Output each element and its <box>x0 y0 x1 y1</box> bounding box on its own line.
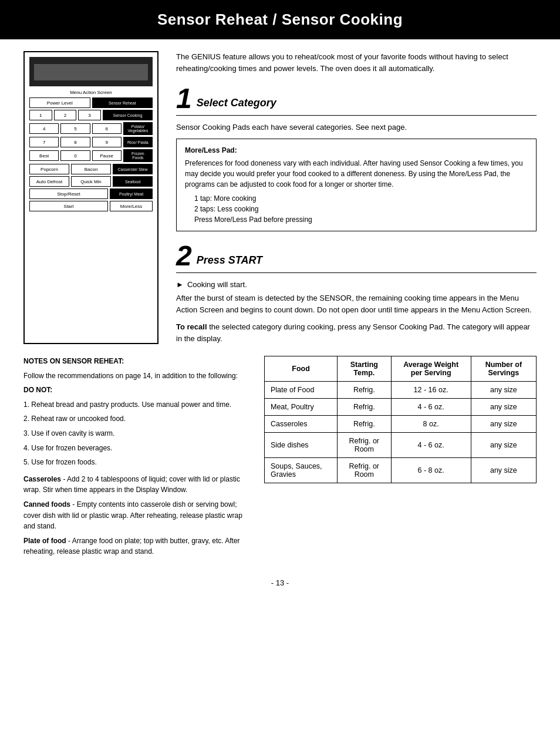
microwave-diagram: Menu Action Screen Power Level Sensor Re… <box>23 51 158 344</box>
step1-title: Select Category <box>197 97 276 109</box>
cell-weight-0: 12 - 16 oz. <box>391 382 471 399</box>
cell-temp-3: Refrig. or Room <box>338 433 391 458</box>
popcorn-btn: Popcorn <box>29 164 69 174</box>
more-less-btn: More/Less <box>110 201 153 211</box>
power-level-btn: Power Level <box>29 97 90 108</box>
sensor-reheat-btn: Sensor Reheat <box>92 97 153 108</box>
cell-temp-2: Refrig. <box>338 416 391 433</box>
cell-temp-4: Refrig. or Room <box>338 458 391 483</box>
num2-btn: 2 <box>54 110 77 120</box>
page-number: - 13 - <box>271 578 289 587</box>
page-header: Sensor Reheat / Sensor Cooking <box>0 0 560 39</box>
table-row: Meat, Poultry Refrig. 4 - 6 oz. any size <box>265 399 537 416</box>
step2-body2: To recall the selected category during c… <box>176 321 537 344</box>
stop-reset-btn: Stop/Reset <box>29 188 108 199</box>
notes-item-2: 2. Reheat raw or uncooked food. <box>23 413 247 425</box>
cell-servings-2: any size <box>471 416 536 433</box>
quick-min-btn: Quick Min <box>71 176 111 187</box>
page-footer: - 13 - <box>23 578 537 599</box>
notes-section: NOTES ON SENSOR REHEAT: Follow the recom… <box>23 356 247 561</box>
table-row: Plate of Food Refrig. 12 - 16 oz. any si… <box>265 382 537 399</box>
cell-food-3: Side dishes <box>265 433 338 458</box>
cell-weight-4: 6 - 8 oz. <box>391 458 471 483</box>
num4-btn: 4 <box>29 123 59 134</box>
notes-item-5: 5. Use for frozen foods. <box>23 457 247 468</box>
bacon-btn: Bacon <box>71 164 111 174</box>
cell-food-4: Soups, Sauces, Gravies <box>265 458 338 483</box>
cell-servings-3: any size <box>471 433 536 458</box>
notes-item-4: 4. Use for frozen beverages. <box>23 443 247 454</box>
cell-food-0: Plate of Food <box>265 382 338 399</box>
header-title: Sensor Reheat / Sensor Cooking <box>157 11 403 28</box>
num8-btn: 8 <box>60 137 90 147</box>
pause-btn: Pause <box>92 150 122 161</box>
step2-body1: After the burst of steam is detected by … <box>176 292 537 315</box>
cell-servings-1: any size <box>471 399 536 416</box>
info-box: More/Less Pad: Preferences for food done… <box>176 139 537 231</box>
cell-temp-1: Refrig. <box>338 399 391 416</box>
num7-btn: 7 <box>29 137 59 147</box>
num0-btn: 0 <box>60 150 90 161</box>
cell-food-2: Casseroles <box>265 416 338 433</box>
step1-header: 1 Select Category <box>176 85 537 116</box>
info-box-title: More/Less Pad: <box>185 145 528 156</box>
info-box-item-3: Press More/Less Pad before pressing <box>194 214 528 225</box>
best-btn: Best <box>29 150 59 161</box>
step2-body2-text: the selected category during cooking, pr… <box>176 322 530 343</box>
step1-number: 1 <box>176 85 192 113</box>
num9-btn: 9 <box>92 137 122 147</box>
start-btn: Start <box>29 201 108 211</box>
step2-header: 2 Press START <box>176 242 537 273</box>
step2-number: 2 <box>176 242 192 270</box>
table-section: Food Starting Temp. Average Weight per S… <box>264 356 537 561</box>
rice-pasta-btn: Rice/ Pasta <box>123 137 153 147</box>
col-servings: Number of Servings <box>471 356 536 382</box>
num3-btn: 3 <box>78 110 101 120</box>
step2-arrow-text: Cooking will start. <box>187 280 247 289</box>
sensor-cooking-btn: Sensor Cooking <box>103 110 153 120</box>
potato-veg-btn: Potato/ Vegetables <box>123 122 153 135</box>
col-temp: Starting Temp. <box>338 356 391 382</box>
table-row: Soups, Sauces, Gravies Refrig. or Room 6… <box>265 458 537 483</box>
info-box-item-2: 2 taps: Less cooking <box>194 204 528 214</box>
canned-bold: Canned foods <box>23 500 70 509</box>
num5-btn: 5 <box>60 123 90 134</box>
notes-item-1: 1. Reheat bread and pastry products. Use… <box>23 399 247 410</box>
cell-weight-2: 8 oz. <box>391 416 471 433</box>
cell-weight-3: 4 - 6 oz. <box>391 433 471 458</box>
info-box-body: Preferences for food doneness vary with … <box>185 158 528 190</box>
right-section: The GENIUS feature allows you to reheat/… <box>176 51 537 344</box>
casserole-stew-btn: Casserole/ Stew <box>113 164 153 174</box>
step2-arrow: ► Cooking will start. <box>176 280 537 289</box>
num6-btn: 6 <box>92 123 122 134</box>
notes-title: NOTES ON SENSOR REHEAT: <box>23 356 247 367</box>
screen-label: Menu Action Screen <box>29 90 153 95</box>
casseroles-note: Casseroles - Add 2 to 4 tablespoons of l… <box>23 474 247 496</box>
sensor-table: Food Starting Temp. Average Weight per S… <box>264 356 537 483</box>
microwave-screen <box>29 57 153 86</box>
cell-weight-1: 4 - 6 oz. <box>391 399 471 416</box>
seafood-btn: Seafood <box>113 176 153 187</box>
step1-desc: Sensor Cooking Pads each have several ca… <box>176 123 537 132</box>
notes-intro: Follow the recommendations on page 14, i… <box>23 371 247 382</box>
table-row: Casseroles Refrig. 8 oz. any size <box>265 416 537 433</box>
info-box-item-1: 1 tap: More cooking <box>194 193 528 204</box>
col-weight: Average Weight per Serving <box>391 356 471 382</box>
do-not-title: DO NOT: <box>23 385 247 396</box>
cell-temp-0: Refrig. <box>338 382 391 399</box>
body-section: NOTES ON SENSOR REHEAT: Follow the recom… <box>23 356 537 561</box>
poultry-meat-btn: Poultry/ Meat <box>110 188 153 199</box>
auto-defrost-btn: Auto Defrost <box>29 176 69 187</box>
casseroles-bold: Casseroles <box>23 475 61 483</box>
col-food: Food <box>265 356 338 382</box>
plate-note: Plate of food - Arrange food on plate; t… <box>23 536 247 557</box>
num1-btn: 1 <box>29 110 52 120</box>
intro-text: The GENIUS feature allows you to reheat/… <box>176 51 537 74</box>
step2-title: Press START <box>197 254 262 267</box>
notes-item-3: 3. Use if oven cavity is warm. <box>23 428 247 439</box>
cell-servings-4: any size <box>471 458 536 483</box>
cell-servings-0: any size <box>471 382 536 399</box>
canned-note: Canned foods - Empty contents into casse… <box>23 499 247 532</box>
cell-food-1: Meat, Poultry <box>265 399 338 416</box>
arrow-icon: ► <box>176 280 184 289</box>
